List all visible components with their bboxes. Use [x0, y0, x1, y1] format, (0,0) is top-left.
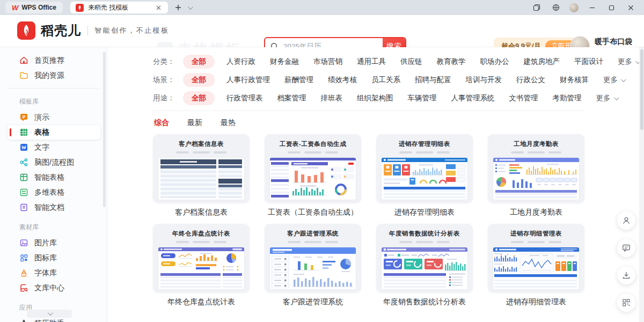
- tab-docer-page[interactable]: 来稻壳 找模板: [70, 2, 168, 13]
- template-thumbnail: 工资表-工资条自动生成: [265, 134, 361, 203]
- download-fab[interactable]: [617, 266, 635, 284]
- home-icon: [19, 56, 28, 65]
- sidebar-scrollbar[interactable]: [103, 52, 106, 207]
- filter-item[interactable]: 人事管理系统: [451, 93, 495, 103]
- filter-item[interactable]: 文书管理: [509, 93, 538, 103]
- template-card[interactable]: 工地月度考勤表: [488, 134, 584, 217]
- filter-item[interactable]: 组织架构图: [357, 93, 393, 103]
- thumbnail-tags: [265, 151, 361, 153]
- filter-row-scene: 场景： 全部 人事行政管理 薪酬管理 绩效考核 员工关系 招聘与配置 培训与开发…: [153, 71, 586, 89]
- template-card[interactable]: 年度销售数据统计分析表: [376, 224, 473, 307]
- titlebar-avatar[interactable]: [569, 3, 579, 12]
- sidebar-item-library-center[interactable]: 文库中心: [8, 281, 100, 295]
- filter-item[interactable]: 财务金融: [270, 57, 299, 67]
- sort-tab-comprehensive[interactable]: 综合: [154, 118, 169, 128]
- thumbnail-title: 工资表-工资条自动生成: [265, 140, 361, 148]
- filter-item[interactable]: 车辆管理: [408, 93, 437, 103]
- docer-logo[interactable]: 稻壳儿 智能创作，不止模板: [17, 21, 170, 40]
- sort-tabs: 综合 最新 最热: [153, 111, 586, 134]
- qrcode-fab[interactable]: [617, 294, 635, 312]
- template-card[interactable]: 客户跟进管理系统: [265, 224, 361, 307]
- filter-item[interactable]: 考勤管理: [553, 93, 582, 103]
- filter-item[interactable]: 职场办公: [480, 57, 509, 67]
- filter-item[interactable]: 行政管理表: [226, 93, 263, 103]
- filter-more[interactable]: 更多: [603, 75, 625, 85]
- user-name: 暖手布口袋: [595, 37, 632, 47]
- pen-nib-icon: [19, 319, 28, 322]
- sidebar-item-mindmap[interactable]: 脑图/流程图: [8, 155, 100, 170]
- maximize-icon[interactable]: [605, 2, 617, 13]
- template-card[interactable]: 进销存明细管理表: [488, 224, 584, 307]
- template-card[interactable]: 进销存管理明细表: [376, 134, 473, 217]
- sidebar-item-writer[interactable]: 文字: [8, 140, 100, 155]
- minimize-icon[interactable]: [586, 2, 598, 13]
- filter-item[interactable]: 行政公文: [516, 75, 545, 85]
- template-card-label: 年终仓库盘点统计表: [153, 297, 250, 307]
- brand-tagline: 智能创作，不止模板: [94, 26, 170, 35]
- tab-list-chevron-icon[interactable]: [184, 2, 196, 13]
- filter-item[interactable]: 人事行政管理: [226, 75, 270, 85]
- sidebar-item-fonts[interactable]: 字体库: [8, 266, 100, 280]
- feedback-fab[interactable]: [617, 239, 635, 257]
- filter-more[interactable]: 更多: [618, 57, 639, 67]
- library-center-icon: [19, 283, 28, 292]
- tab-wps-office[interactable]: W WPS Office: [5, 2, 63, 13]
- sidebar-item-multidim-sheet[interactable]: 多维表格: [8, 185, 100, 200]
- sidebar-item-smart-sheet[interactable]: 智能表格: [8, 170, 100, 185]
- template-card[interactable]: 客户档案信息表 客户档案信息表: [153, 134, 250, 217]
- spreadsheet-icon: [19, 128, 28, 137]
- sidebar-item-smart-doc[interactable]: 智能文档: [8, 200, 100, 215]
- template-card-label: 进销存管理明细表: [376, 208, 473, 217]
- sidebar-item-home[interactable]: 首页推荐: [8, 53, 100, 68]
- filter-item[interactable]: 通用工具: [357, 57, 386, 67]
- sidebar-item-images[interactable]: 图片库: [8, 236, 100, 250]
- image-library-icon: [19, 238, 28, 247]
- new-tab-plus-icon[interactable]: [172, 2, 184, 13]
- filter-more[interactable]: 更多: [596, 93, 618, 103]
- filter-item[interactable]: 市场营销: [313, 57, 342, 67]
- filter-item[interactable]: 档案管理: [277, 93, 306, 103]
- profile-fab[interactable]: [617, 211, 635, 230]
- filter-all[interactable]: 全部: [183, 73, 215, 87]
- filter-item[interactable]: 绩效考核: [328, 75, 357, 85]
- thumbnail-preview: [158, 247, 244, 289]
- filter-item[interactable]: 招聘与配置: [415, 75, 451, 85]
- template-card[interactable]: 年终仓库盘点统计表: [153, 224, 250, 307]
- globe-icon[interactable]: [550, 2, 562, 13]
- thumbnail-preview: [382, 158, 467, 200]
- workspace-layers-icon[interactable]: [531, 2, 543, 13]
- close-window-icon[interactable]: [625, 2, 636, 13]
- filter-item[interactable]: 平面设计: [574, 57, 603, 67]
- filter-item[interactable]: 财务核算: [560, 75, 589, 85]
- filter-all[interactable]: 全部: [183, 91, 215, 105]
- sidebar-expand-button[interactable]: [27, 310, 72, 318]
- main-scrollbar-thumb[interactable]: [640, 49, 643, 130]
- sidebar-item-icons[interactable]: 图标库: [8, 251, 100, 265]
- filter-all[interactable]: 全部: [183, 55, 215, 69]
- filter-item[interactable]: 排班表: [321, 93, 343, 103]
- filter-row-category: 分类： 全部 人资行政 财务金融 市场营销 通用工具 供应链 教育教学 职场办公…: [153, 53, 586, 71]
- sidebar-item-spreadsheet[interactable]: 表格: [8, 125, 100, 140]
- multidim-sheet-icon: [19, 188, 28, 197]
- tab-close-icon[interactable]: [155, 4, 163, 11]
- filter-item[interactable]: 建筑房地产: [524, 57, 560, 67]
- filter-item[interactable]: 供应链: [400, 57, 422, 67]
- thumbnail-preview: [382, 247, 467, 289]
- svg-text:P: P: [23, 114, 26, 120]
- filter-item[interactable]: 薪酬管理: [284, 75, 313, 85]
- filter-item[interactable]: 员工关系: [371, 75, 400, 85]
- template-thumbnail: 进销存管理明细表: [376, 134, 473, 203]
- thumbnail-tags: [488, 241, 584, 243]
- sort-tab-hottest[interactable]: 最热: [221, 118, 236, 128]
- sidebar-item-my-resources[interactable]: 我的资源: [8, 68, 100, 83]
- download-icon: [622, 271, 631, 280]
- filter-item[interactable]: 教育教学: [437, 57, 466, 67]
- filter-item[interactable]: 人资行政: [226, 57, 255, 67]
- sort-tab-newest[interactable]: 最新: [187, 118, 202, 128]
- sidebar-divider: [9, 88, 98, 89]
- template-thumbnail: 年度销售数据统计分析表: [376, 224, 473, 292]
- sidebar-item-presentation[interactable]: P 演示: [8, 110, 100, 125]
- icon-library-icon: [19, 253, 28, 262]
- template-card[interactable]: 工资表-工资条自动生成: [265, 134, 361, 217]
- filter-item[interactable]: 培训与开发: [466, 75, 502, 85]
